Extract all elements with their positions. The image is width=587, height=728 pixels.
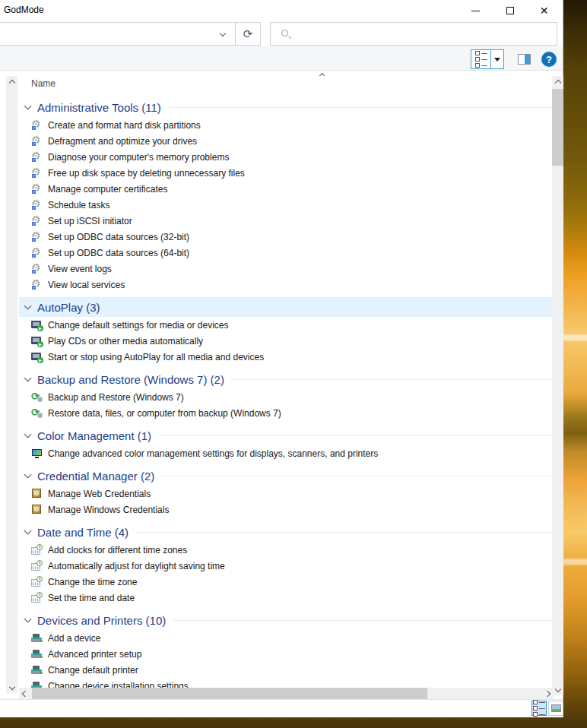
group-administrative-tools: Administrative Tools (11)⚙✓Create and fo… xyxy=(19,97,554,293)
window-title: GodMode xyxy=(4,5,44,15)
list-vertical-scrollbar[interactable] xyxy=(552,76,563,695)
chevron-down-icon[interactable] xyxy=(24,431,32,438)
list-item[interactable]: Change advanced color management setting… xyxy=(19,445,554,461)
list-item[interactable]: Manage Web Credentials xyxy=(19,486,554,502)
item-label: Set up iSCSI initiator xyxy=(48,216,132,226)
items-list: Administrative Tools (11)⚙✓Create and fo… xyxy=(19,93,554,688)
list-item[interactable]: Manage Windows Credentials xyxy=(19,502,554,518)
chevron-down-icon[interactable] xyxy=(220,30,226,36)
list-item[interactable]: Change default printer xyxy=(19,662,554,678)
group-header-autoplay[interactable]: AutoPlay (3) xyxy=(19,297,554,317)
list-item[interactable]: ⚙✓Set up ODBC data sources (32-bit) xyxy=(19,229,554,245)
autoplay-icon: ▶ xyxy=(31,351,43,363)
list-item[interactable]: Automatically adjust for daylight saving… xyxy=(19,558,554,574)
item-label: Free up disk space by deleting unnecessa… xyxy=(48,168,245,179)
backup-icon: ⟳ xyxy=(31,391,43,404)
item-label: Defragment and optimize your drives xyxy=(48,136,197,147)
scroll-right-button[interactable] xyxy=(541,688,554,699)
group-header-devices-and-printers[interactable]: Devices and Printers (10) xyxy=(19,610,554,630)
list-item[interactable]: ⚙✓Manage computer certificates xyxy=(19,181,554,197)
statusbar-thumbnail-view-button[interactable] xyxy=(548,701,563,716)
list-item[interactable]: Advanced printer setup xyxy=(19,646,554,662)
list-item[interactable]: ⚙✓Schedule tasks xyxy=(19,197,554,213)
list-horizontal-scrollbar[interactable] xyxy=(19,688,554,699)
date-time-icon xyxy=(31,592,43,604)
scrollbar-thumb[interactable] xyxy=(552,89,563,166)
item-label: Manage Windows Credentials xyxy=(48,505,169,515)
chevron-up-icon xyxy=(554,79,560,85)
column-header-name[interactable]: Name xyxy=(31,78,56,89)
list-item[interactable]: ⟳Restore data, files, or computer from b… xyxy=(19,405,554,421)
list-item[interactable]: ⟳Backup and Restore (Windows 7) xyxy=(19,389,554,405)
close-button[interactable]: ✕ xyxy=(527,0,561,21)
navpane-scrollbar[interactable] xyxy=(6,76,17,693)
scroll-left-button[interactable] xyxy=(19,688,31,699)
list-item[interactable]: ▶Start or stop using AutoPlay for all me… xyxy=(19,349,554,365)
list-item[interactable]: ▶Change default settings for media or de… xyxy=(19,317,554,333)
address-bar[interactable]: ⟳ xyxy=(0,22,261,46)
search-box[interactable] xyxy=(270,22,557,46)
list-view-icon xyxy=(475,51,487,68)
group-date-and-time: Date and Time (4)Add clocks for differen… xyxy=(19,522,554,606)
chevron-down-icon[interactable] xyxy=(24,375,32,382)
group-header-credential-manager[interactable]: Credential Manager (2) xyxy=(19,466,554,486)
scroll-down-button[interactable] xyxy=(552,682,563,695)
chevron-down-icon[interactable] xyxy=(24,103,32,110)
date-time-icon xyxy=(31,544,43,556)
list-item[interactable]: ⚙✓View local services xyxy=(19,277,554,293)
admin-tools-icon: ⚙✓ xyxy=(31,231,43,243)
group-header-backup-and-restore-windows-7[interactable]: Backup and Restore (Windows 7) (2) xyxy=(19,369,554,389)
group-rule xyxy=(169,107,554,108)
list-item[interactable]: Change the time zone xyxy=(19,574,554,590)
group-header-color-management[interactable]: Color Management (1) xyxy=(19,426,554,445)
chevron-down-icon xyxy=(8,683,14,689)
scroll-up-button[interactable] xyxy=(6,76,17,89)
maximize-icon xyxy=(506,7,514,14)
help-button[interactable]: ? xyxy=(541,52,557,67)
refresh-icon: ⟳ xyxy=(243,28,253,40)
scroll-up-button[interactable] xyxy=(552,76,563,89)
list-item[interactable]: ⚙✓Diagnose your computer's memory proble… xyxy=(19,149,554,165)
list-item[interactable]: Change device installation settings xyxy=(19,678,554,688)
chevron-down-icon[interactable] xyxy=(24,471,32,479)
group-rule xyxy=(136,532,554,533)
list-item[interactable]: ⚙✓Set up iSCSI initiator xyxy=(19,213,554,229)
statusbar-list-view-button[interactable] xyxy=(531,701,547,716)
group-header-date-and-time[interactable]: Date and Time (4) xyxy=(19,522,554,542)
list-item[interactable]: Add clocks for different time zones xyxy=(19,542,554,558)
minimize-button[interactable] xyxy=(458,0,493,21)
date-time-icon xyxy=(31,576,43,588)
scrollbar-thumb[interactable] xyxy=(32,688,427,699)
chevron-down-icon[interactable] xyxy=(24,302,32,310)
group-title: AutoPlay (3) xyxy=(37,301,100,314)
group-rule xyxy=(173,620,554,621)
chevron-down-icon[interactable] xyxy=(24,616,32,623)
refresh-button[interactable]: ⟳ xyxy=(235,22,260,46)
devices-printers-icon xyxy=(31,632,43,644)
scroll-down-button[interactable] xyxy=(6,680,17,693)
group-header-administrative-tools[interactable]: Administrative Tools (11) xyxy=(19,97,554,117)
list-item[interactable]: ⚙✓Set up ODBC data sources (64-bit) xyxy=(19,245,554,261)
preview-pane-button[interactable] xyxy=(515,51,533,68)
item-label: Play CDs or other media automatically xyxy=(48,336,203,347)
item-label: Change device installation settings xyxy=(48,681,189,688)
group-rule xyxy=(108,307,554,308)
list-view-button[interactable] xyxy=(471,50,490,68)
chevron-down-icon[interactable] xyxy=(24,527,32,535)
backup-icon: ⟳ xyxy=(31,407,43,419)
group-rule xyxy=(232,379,554,380)
list-item[interactable]: Add a device xyxy=(19,630,554,646)
search-input[interactable] xyxy=(294,24,552,43)
maximize-button[interactable] xyxy=(493,0,527,21)
list-item[interactable]: ⚙✓Defragment and optimize your drives xyxy=(19,133,554,149)
list-item[interactable]: ⚙✓View event logs xyxy=(19,261,554,277)
list-item[interactable]: ⚙✓Free up disk space by deleting unneces… xyxy=(19,165,554,181)
list-item[interactable]: Set the time and date xyxy=(19,590,554,606)
view-options-dropdown-button[interactable] xyxy=(490,50,503,68)
preview-pane-icon xyxy=(518,54,531,65)
group-credential-manager: Credential Manager (2)Manage Web Credent… xyxy=(19,466,554,518)
list-item[interactable]: ⚙✓Create and format hard disk partitions xyxy=(19,117,554,133)
list-item[interactable]: ▶Play CDs or other media automatically xyxy=(19,333,554,349)
group-devices-and-printers: Devices and Printers (10)Add a deviceAdv… xyxy=(19,610,554,688)
titlebar[interactable]: GodMode ✕ xyxy=(0,0,563,21)
